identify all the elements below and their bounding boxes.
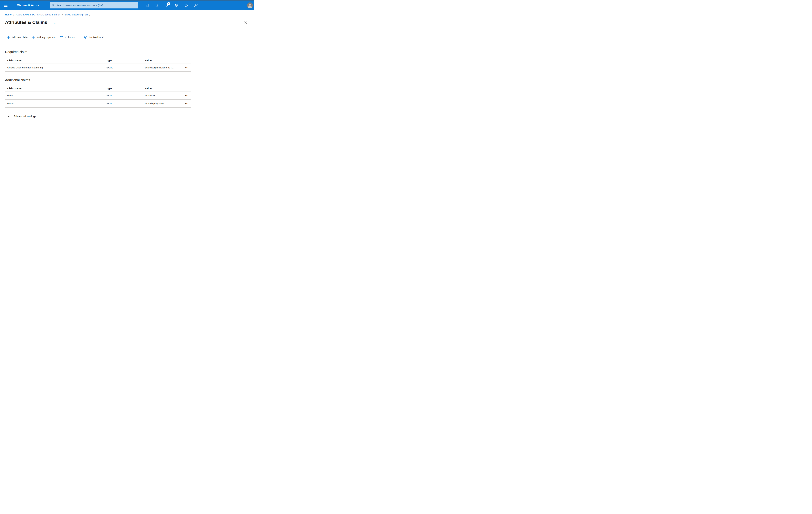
- advanced-settings-toggle[interactable]: Advanced settings: [8, 115, 254, 118]
- claim-type-cell: SAML: [106, 102, 145, 105]
- additional-claims-heading: Additional claims: [5, 78, 254, 82]
- claim-name-cell: Unique User Identifier (Name ID): [5, 66, 106, 69]
- plus-icon: [7, 36, 10, 39]
- breadcrumb-separator-icon: [13, 13, 14, 16]
- settings-gear-icon[interactable]: [174, 3, 178, 7]
- notifications-bell-icon[interactable]: 6: [165, 3, 169, 7]
- account-avatar[interactable]: [247, 2, 253, 8]
- table-row[interactable]: email SAML user.mail •••: [5, 92, 191, 100]
- plus-icon: [32, 36, 35, 39]
- toolbar-rule: [5, 41, 249, 41]
- search-input[interactable]: [56, 4, 138, 7]
- help-icon[interactable]: [184, 3, 188, 7]
- table-row[interactable]: Unique User Identifier (Name ID) SAML us…: [5, 64, 191, 72]
- claim-type-cell: SAML: [106, 66, 145, 69]
- claim-value-cell: user.userprincipalname [...: [145, 66, 183, 69]
- notification-badge: 6: [167, 2, 170, 5]
- columns-icon: [60, 36, 63, 38]
- columns-button[interactable]: Columns: [60, 36, 75, 39]
- table-header-row: Claim name Type Value: [5, 57, 191, 64]
- breadcrumb-home[interactable]: Home: [5, 13, 11, 16]
- product-logo[interactable]: Microsoft Azure: [17, 4, 39, 7]
- claim-value-cell: user.mail: [145, 94, 183, 97]
- add-group-claim-button[interactable]: Add a group claim: [32, 36, 56, 39]
- claim-name-cell: email: [5, 94, 106, 97]
- row-context-menu-icon[interactable]: •••: [185, 103, 191, 104]
- column-header-claim-name: Claim name: [5, 59, 106, 62]
- claim-name-cell: name: [5, 102, 106, 105]
- add-group-claim-label: Add a group claim: [36, 36, 56, 39]
- toolbar-divider: [79, 35, 79, 39]
- row-context-menu-icon[interactable]: •••: [185, 95, 191, 97]
- more-options-button[interactable]: ...: [54, 22, 57, 24]
- required-claim-table: Claim name Type Value Unique User Identi…: [5, 57, 191, 72]
- column-header-claim-name: Claim name: [5, 87, 106, 90]
- close-blade-icon[interactable]: [244, 21, 247, 24]
- advanced-settings-label: Advanced settings: [13, 115, 36, 118]
- directory-filter-icon[interactable]: [155, 3, 159, 7]
- topbar-icon-group: 6: [145, 0, 198, 10]
- breadcrumb-saml-sign-on[interactable]: SAML-based Sign-on: [64, 13, 88, 16]
- hamburger-menu-icon[interactable]: [4, 3, 7, 7]
- azure-top-bar: Microsoft Azure 6: [0, 0, 254, 10]
- column-header-type: Type: [106, 87, 145, 90]
- breadcrumb-app-sign-on[interactable]: Azure SAML SSO | SAML-based Sign-on: [16, 13, 60, 16]
- column-header-value: Value: [145, 87, 183, 90]
- search-icon: [52, 4, 55, 7]
- add-new-claim-label: Add new claim: [12, 36, 28, 39]
- additional-claims-table: Claim name Type Value email SAML user.ma…: [5, 85, 191, 108]
- chevron-down-icon: [8, 116, 10, 117]
- claim-value-cell: user.displayname: [145, 102, 183, 105]
- got-feedback-button[interactable]: Got feedback?: [83, 35, 105, 39]
- row-context-menu-icon[interactable]: •••: [185, 67, 191, 69]
- page-header: Attributes & Claims ...: [5, 19, 254, 26]
- feedback-icon[interactable]: [194, 3, 198, 7]
- table-row[interactable]: name SAML user.displayname •••: [5, 100, 191, 108]
- claim-type-cell: SAML: [106, 94, 145, 97]
- cloud-shell-icon[interactable]: [145, 3, 149, 7]
- page-title: Attributes & Claims: [5, 19, 47, 26]
- column-header-value: Value: [145, 59, 183, 62]
- breadcrumb-separator-icon: [62, 13, 63, 16]
- breadcrumb: Home Azure SAML SSO | SAML-based Sign-on…: [5, 13, 254, 16]
- columns-label: Columns: [65, 36, 75, 39]
- add-new-claim-button[interactable]: Add new claim: [7, 36, 28, 39]
- table-header-row: Claim name Type Value: [5, 85, 191, 92]
- global-search: [50, 2, 138, 8]
- feedback-icon: [83, 35, 87, 39]
- required-claim-heading: Required claim: [5, 50, 254, 54]
- command-bar: Add new claim Add a group claim Columns …: [7, 35, 254, 40]
- column-header-type: Type: [106, 59, 145, 62]
- got-feedback-label: Got feedback?: [89, 36, 105, 39]
- breadcrumb-separator-icon: [89, 13, 90, 16]
